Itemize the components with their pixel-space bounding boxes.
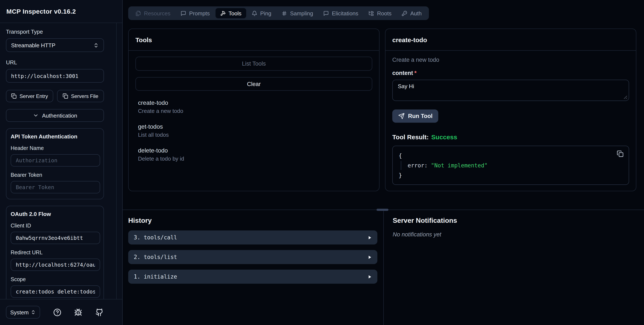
redirect-url-input[interactable] [11,258,100,271]
tab-label: Elicitations [332,10,358,16]
message-square-icon [180,10,186,16]
url-label: URL [6,59,104,66]
required-mark: * [414,70,417,76]
tool-result-status: Success [431,133,457,140]
send-icon [398,113,405,119]
content-textarea[interactable]: Say Hi [392,80,629,101]
hammer-icon [220,10,226,16]
history-row-label: 1. initialize [134,274,177,280]
help-icon[interactable] [53,308,61,316]
scope-label: Scope [11,276,99,282]
horizontal-divider [123,210,644,210]
run-tool-button[interactable]: Run Tool [392,110,438,123]
tool-list-item[interactable]: get-todos List all todos [138,123,372,138]
github-icon[interactable] [95,308,103,316]
scope-input[interactable] [11,286,100,298]
content-textarea-value: Say Hi [398,83,414,90]
bug-icon[interactable] [74,308,82,316]
tool-description: Delete a todo by id [138,156,372,162]
tab-strip: Resources Prompts Tools Ping Sampling [128,6,429,20]
tool-result-json: { error: "Not implemented" } [392,146,629,185]
key-icon [402,10,408,16]
history-title: History [128,217,377,224]
json-open-brace: { [399,151,623,160]
redirect-url-label: Redirect URL [11,250,99,256]
expand-caret-icon [368,253,372,261]
history-row[interactable]: 3. tools/call [128,230,377,244]
tool-runner-panel: create-todo Create a new todo content* S… [385,28,636,191]
oauth-flow-card: OAuth 2.0 Flow Client ID Redirect URL Sc… [6,206,104,299]
authentication-toggle[interactable]: Authentication [6,109,104,122]
tab-sampling[interactable]: Sampling [277,8,318,18]
sidebar-scrollbar-track[interactable] [116,23,117,299]
tab-label: Prompts [189,10,210,16]
theme-select[interactable]: System [6,306,40,318]
server-entry-button[interactable]: Server Entry [6,90,53,102]
tool-name: get-todos [138,123,372,130]
tool-list-item[interactable]: create-todo Create a new todo [138,99,372,114]
chevron-down-icon [33,112,39,118]
history-panel: History 3. tools/call 2. tools/list 1. i… [123,210,383,325]
server-notifications-panel: Server Notifications No notifications ye… [384,210,644,325]
tab-roots[interactable]: Roots [364,8,396,18]
message-square-icon [323,10,329,16]
oauth-flow-title: OAuth 2.0 Flow [11,211,99,217]
tools-panel-header: Tools [129,29,379,51]
server-entry-label: Server Entry [20,93,48,99]
tab-label: Resources [144,10,170,16]
list-tools-button[interactable]: List Tools [136,57,372,71]
copy-result-icon[interactable] [617,150,624,157]
sidebar: MCP Inspector v0.16.2 Transport Type Str… [0,0,123,325]
header-name-label: Header Name [11,145,99,151]
tools-panel-title: Tools [136,36,152,43]
mcp-inspector-app: MCP Inspector v0.16.2 Transport Type Str… [0,0,644,325]
sidebar-header: MCP Inspector v0.16.2 [0,0,122,23]
tab-resources[interactable]: Resources [131,8,175,18]
client-id-input[interactable] [11,232,100,244]
servers-file-button[interactable]: Servers File [57,90,104,102]
tab-ping[interactable]: Ping [247,8,276,18]
server-notifications-title: Server Notifications [393,217,644,224]
folder-tree-icon [369,10,374,16]
tab-auth[interactable]: Auth [397,8,426,18]
tool-runner-description: Create a new todo [392,57,629,63]
bell-icon [252,10,257,16]
json-key: error: [408,162,428,169]
bearer-token-input[interactable] [11,181,100,194]
tool-name: delete-todo [138,147,372,154]
header-name-input[interactable] [11,154,100,166]
sidebar-footer: System [0,299,122,325]
tab-label: Tools [228,10,242,16]
url-input[interactable] [6,69,104,83]
transport-type-select[interactable]: Streamable HTTP [6,38,104,52]
app-title: MCP Inspector v0.16.2 [6,8,76,15]
json-value: "Not implemented" [431,162,488,169]
panel-resize-handle[interactable] [376,209,388,211]
transport-type-value: Streamable HTTP [11,42,55,48]
tool-list-item[interactable]: delete-todo Delete a todo by id [138,147,372,162]
tab-row: Resources Prompts Tools Ping Sampling [128,6,644,20]
history-row-label: 3. tools/call [134,234,177,241]
transport-type-label: Transport Type [6,28,104,35]
client-id-label: Client ID [11,223,99,229]
resize-handle-icon[interactable] [624,96,628,99]
servers-file-label: Servers File [71,93,98,99]
history-row[interactable]: 1. initialize [128,270,377,284]
tool-list: create-todo Create a new todo get-todos … [136,99,372,162]
tab-prompts[interactable]: Prompts [176,8,214,18]
history-row[interactable]: 2. tools/list [128,250,377,264]
sidebar-body: Transport Type Streamable HTTP URL Serve… [0,23,110,299]
json-error-line: error: "Not implemented" [399,160,623,170]
clear-tools-button[interactable]: Clear [136,77,372,91]
history-list: 3. tools/call 2. tools/list 1. initializ… [128,230,377,284]
tool-runner-title: create-todo [392,36,427,43]
tab-elicitations[interactable]: Elicitations [318,8,363,18]
expand-caret-icon [368,273,372,280]
bearer-token-label: Bearer Token [11,172,99,178]
tab-label: Ping [260,10,271,16]
no-notifications-text: No notifications yet [393,231,644,238]
tool-description: List all todos [138,132,372,138]
tab-label: Sampling [290,10,313,16]
chevrons-up-down-icon [93,42,99,48]
tab-tools[interactable]: Tools [215,8,246,18]
